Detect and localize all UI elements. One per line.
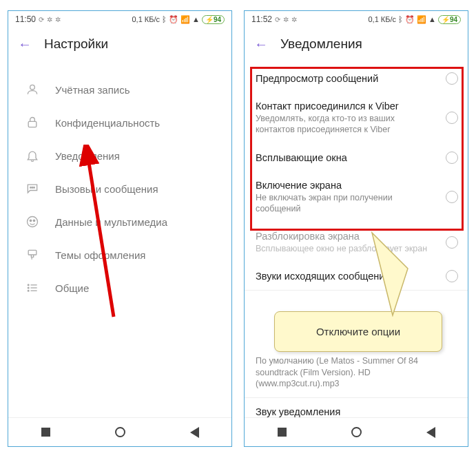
sync-icon: ⟳: [275, 16, 280, 23]
gear-icon: ✲: [55, 16, 61, 23]
clock: 11:50: [15, 14, 36, 24]
alarm-icon: ⏰: [405, 15, 415, 24]
bell-icon: [25, 148, 40, 163]
bluetooth-icon: ᛒ: [162, 15, 167, 23]
signal-icon: 📶: [180, 15, 190, 24]
notif-subtitle: Не включать экран при получении сообщени…: [256, 192, 432, 215]
chat-icon: [25, 181, 40, 196]
settings-item-media[interactable]: Данные и мультимедиа: [8, 205, 231, 238]
settings-item-themes[interactable]: Темы оформления: [8, 238, 231, 271]
clock: 11:52: [251, 14, 272, 24]
brush-icon: [25, 247, 40, 262]
notif-item-unlock[interactable]: Разблокировка экрана Всплывающее окно не…: [245, 222, 468, 262]
nav-back-button[interactable]: [189, 427, 200, 438]
notif-subtitle: Всплывающее окно не разблокирует экран: [256, 243, 432, 254]
radio-icon[interactable]: [446, 72, 458, 85]
notif-item-popups[interactable]: Всплывающие окна: [245, 144, 468, 171]
svg-point-2: [30, 187, 32, 189]
bluetooth-icon: ᛒ: [398, 15, 403, 23]
svg-point-6: [30, 220, 32, 222]
radio-icon[interactable]: [446, 191, 458, 203]
settings-label: Конфиденциальность: [55, 117, 160, 129]
settings-label: Общие: [55, 282, 89, 294]
notif-subtitle: Уведомлять, когда кто-то из ваших контак…: [256, 113, 432, 136]
settings-item-account[interactable]: Учётная запись: [8, 73, 231, 106]
callout-text: Отключите опции: [316, 326, 400, 337]
notif-item-preview[interactable]: Предпросмотр сообщений: [245, 65, 468, 92]
gear-icon: ✲: [283, 16, 289, 23]
notif-item-contact-joined[interactable]: Контакт присоединился к Viber Уведомлять…: [245, 92, 468, 144]
android-navbar: [8, 417, 231, 446]
data-rate: 0,1 КБ/с: [368, 15, 396, 23]
lock-icon: [25, 115, 40, 130]
status-bar: 11:52 ⟳ ✲ ✲ 0,1 КБ/с ᛒ ⏰ 📶 ▲ ⚡94: [245, 11, 468, 28]
svg-point-4: [34, 187, 35, 189]
back-arrow-icon[interactable]: ←: [254, 36, 268, 52]
nav-back-button[interactable]: [425, 427, 436, 438]
app-header: ← Уведомления: [245, 28, 468, 61]
settings-label: Темы оформления: [55, 249, 145, 261]
sync-icon: ⟳: [39, 16, 44, 23]
status-bar: 11:50 ⟳ ✲ ✲ 0,1 КБ/с ᛒ ⏰ 📶 ▲ ⚡94: [8, 11, 231, 28]
nav-recent-button[interactable]: [276, 427, 287, 438]
notif-title: Звуки исходящих сообщений: [256, 271, 432, 282]
radio-icon[interactable]: [446, 112, 458, 124]
phone-right: 11:52 ⟳ ✲ ✲ 0,1 КБ/с ᛒ ⏰ 📶 ▲ ⚡94 ← Уведо…: [244, 10, 468, 447]
notif-subtitle: По умолчанию (Le Matos - Summer Of 84 so…: [256, 355, 432, 389]
svg-rect-8: [28, 250, 37, 255]
settings-label: Вызовы и сообщения: [55, 183, 158, 195]
svg-point-7: [33, 220, 35, 222]
page-title: Настройки: [44, 36, 108, 52]
settings-item-calls[interactable]: Вызовы и сообщения: [8, 172, 231, 205]
back-arrow-icon[interactable]: ←: [18, 36, 32, 52]
annotation-callout: Отключите опции: [274, 311, 442, 352]
list-icon: [25, 280, 40, 295]
notif-title: Звук уведомления: [256, 406, 432, 417]
phone-left: 11:50 ⟳ ✲ ✲ 0,1 КБ/с ᛒ ⏰ 📶 ▲ ⚡94 ← Настр…: [8, 10, 232, 447]
settings-label: Учётная запись: [55, 84, 130, 96]
page-title: Уведомления: [280, 36, 362, 52]
notif-item-screen-on[interactable]: Включение экрана Не включать экран при п…: [245, 171, 468, 223]
settings-label: Уведомления: [55, 150, 120, 162]
svg-point-13: [28, 290, 29, 291]
android-navbar: [245, 417, 468, 446]
notif-title: Разблокировка экрана: [256, 231, 432, 242]
radio-icon[interactable]: [446, 151, 458, 164]
svg-rect-1: [28, 121, 37, 127]
settings-list: Учётная запись Конфиденциальность Уведом…: [8, 61, 231, 304]
notifications-list: Предпросмотр сообщений Контакт присоедин…: [245, 61, 468, 426]
wifi-icon: ▲: [192, 15, 200, 23]
radio-icon[interactable]: [446, 270, 458, 282]
battery-indicator: ⚡94: [438, 15, 461, 24]
settings-item-notifications[interactable]: Уведомления: [8, 139, 231, 172]
svg-point-11: [28, 287, 29, 289]
svg-point-5: [28, 217, 38, 227]
notif-title: Предпросмотр сообщений: [256, 73, 432, 84]
media-icon: [25, 214, 40, 229]
settings-item-general[interactable]: Общие: [8, 271, 231, 304]
svg-point-3: [32, 187, 33, 189]
radio-icon[interactable]: [446, 236, 458, 249]
svg-point-0: [30, 85, 35, 90]
gear-icon: ✲: [291, 16, 297, 23]
notif-item-outgoing-sounds[interactable]: Звуки исходящих сообщений: [245, 262, 468, 290]
svg-point-9: [28, 284, 29, 286]
wifi-icon: ▲: [428, 15, 436, 23]
settings-label: Данные и мультимедиа: [55, 216, 167, 228]
nav-home-button[interactable]: [114, 427, 125, 438]
signal-icon: 📶: [417, 15, 426, 24]
notif-title: Всплывающие окна: [256, 152, 432, 163]
notif-title: Включение экрана: [256, 180, 432, 191]
gear-icon: ✲: [47, 16, 52, 23]
user-icon: [25, 82, 40, 97]
app-header: ← Настройки: [8, 28, 231, 61]
notif-item-ringtone[interactable]: По умолчанию (Le Matos - Summer Of 84 so…: [245, 355, 468, 397]
alarm-icon: ⏰: [169, 15, 178, 24]
nav-home-button[interactable]: [351, 427, 362, 438]
notif-title: Контакт присоединился к Viber: [256, 101, 432, 112]
settings-item-privacy[interactable]: Конфиденциальность: [8, 106, 231, 139]
nav-recent-button[interactable]: [40, 427, 51, 438]
battery-indicator: ⚡94: [202, 15, 225, 24]
data-rate: 0,1 КБ/с: [132, 15, 160, 23]
